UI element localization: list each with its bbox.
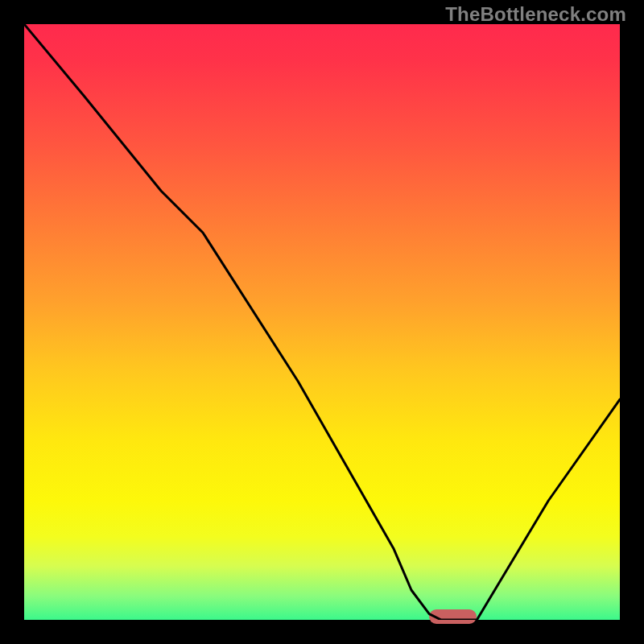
bottleneck-curve — [24, 24, 620, 620]
bottleneck-curve-layer — [24, 24, 620, 620]
attribution-text: TheBottleneck.com — [445, 3, 626, 26]
chart-frame: TheBottleneck.com — [0, 0, 644, 644]
optimal-marker — [429, 609, 477, 624]
plot-gradient-area — [24, 24, 620, 620]
